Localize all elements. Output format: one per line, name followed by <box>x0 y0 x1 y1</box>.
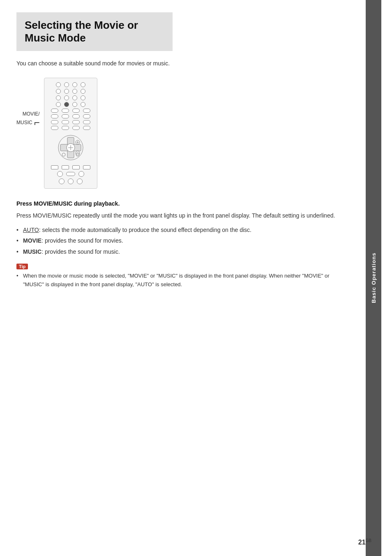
step-description: Press MOVIE/MUSIC repeatedly until the m… <box>16 211 349 220</box>
bullet-list: AUTO: selects the mode automatically to … <box>16 225 349 256</box>
page-title: Selecting the Movie or Music Mode <box>25 19 164 44</box>
list-item: MUSIC: provides the sound for music. <box>16 247 349 256</box>
remote-label: MOVIE/ MUSIC ⌐ <box>16 111 40 127</box>
auto-label: AUTO <box>23 227 39 233</box>
list-item: MOVIE: provides the sound for movies. <box>16 236 349 245</box>
svg-point-8 <box>62 153 65 156</box>
intro-text: You can choose a suitable sound mode for… <box>16 59 349 68</box>
tip-box: Tip When the movie or music mode is sele… <box>16 263 349 289</box>
dpad <box>56 133 85 162</box>
tip-content: When the movie or music mode is selected… <box>16 272 349 289</box>
sidebar-label: Basic Operations <box>371 253 377 303</box>
remote-area: MOVIE/ MUSIC ⌐ <box>16 78 349 189</box>
step-heading: Press MOVIE/MUSIC during playback. <box>16 200 349 207</box>
page-number: 21GB <box>358 538 371 546</box>
right-sidebar: Basic Operations <box>366 0 381 556</box>
tip-label: Tip <box>16 264 28 269</box>
remote-control-image <box>44 78 97 189</box>
instructions: Press MOVIE/MUSIC during playback. Press… <box>16 200 349 289</box>
title-box: Selecting the Movie or Music Mode <box>16 12 173 51</box>
list-item: AUTO: selects the mode automatically to … <box>16 225 349 234</box>
